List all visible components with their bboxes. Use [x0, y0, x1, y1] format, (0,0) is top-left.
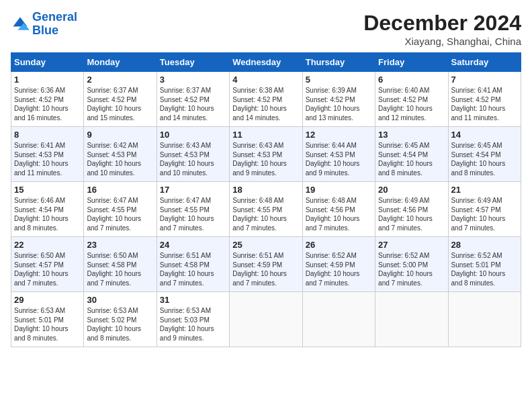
weekday-header-wednesday: Wednesday: [230, 53, 302, 72]
day-info: Sunrise: 6:41 AM Sunset: 4:53 PM Dayligh…: [14, 141, 81, 177]
day-info: Sunrise: 6:41 AM Sunset: 4:52 PM Dayligh…: [451, 86, 518, 122]
day-number: 7: [451, 75, 518, 85]
day-number: 21: [451, 185, 518, 195]
day-number: 3: [160, 75, 226, 85]
calendar-cell: 23Sunrise: 6:50 AM Sunset: 4:58 PM Dayli…: [84, 237, 157, 292]
day-number: 30: [87, 295, 153, 305]
day-info: Sunrise: 6:46 AM Sunset: 4:54 PM Dayligh…: [14, 196, 81, 232]
day-number: 9: [87, 130, 153, 140]
logo-text: General Blue: [32, 11, 77, 38]
calendar-cell: 29Sunrise: 6:53 AM Sunset: 5:01 PM Dayli…: [11, 292, 84, 347]
day-info: Sunrise: 6:48 AM Sunset: 4:55 PM Dayligh…: [232, 196, 299, 232]
weekday-header-saturday: Saturday: [448, 53, 521, 72]
weekday-header-monday: Monday: [84, 53, 157, 72]
calendar-week-row: 8Sunrise: 6:41 AM Sunset: 4:53 PM Daylig…: [11, 127, 521, 182]
day-number: 27: [378, 240, 445, 250]
calendar-cell: 6Sunrise: 6:40 AM Sunset: 4:52 PM Daylig…: [375, 72, 448, 127]
day-info: Sunrise: 6:47 AM Sunset: 4:55 PM Dayligh…: [160, 196, 226, 232]
day-info: Sunrise: 6:38 AM Sunset: 4:52 PM Dayligh…: [232, 86, 299, 122]
weekday-header-row: SundayMondayTuesdayWednesdayThursdayFrid…: [11, 53, 521, 72]
day-number: 8: [14, 130, 81, 140]
day-info: Sunrise: 6:50 AM Sunset: 4:58 PM Dayligh…: [87, 251, 153, 287]
day-number: 10: [160, 130, 226, 140]
day-number: 13: [378, 130, 445, 140]
calendar-cell: 9Sunrise: 6:42 AM Sunset: 4:53 PM Daylig…: [84, 127, 157, 182]
calendar-cell: 10Sunrise: 6:43 AM Sunset: 4:53 PM Dayli…: [157, 127, 229, 182]
weekday-header-friday: Friday: [375, 53, 448, 72]
day-info: Sunrise: 6:53 AM Sunset: 5:03 PM Dayligh…: [160, 306, 226, 342]
calendar-cell: 28Sunrise: 6:52 AM Sunset: 5:01 PM Dayli…: [448, 237, 521, 292]
day-info: Sunrise: 6:52 AM Sunset: 4:59 PM Dayligh…: [306, 251, 372, 287]
day-info: Sunrise: 6:44 AM Sunset: 4:53 PM Dayligh…: [306, 141, 372, 177]
day-info: Sunrise: 6:37 AM Sunset: 4:52 PM Dayligh…: [87, 86, 153, 122]
day-number: 25: [232, 240, 299, 250]
calendar-cell: 3Sunrise: 6:37 AM Sunset: 4:52 PM Daylig…: [157, 72, 229, 127]
calendar-cell: 17Sunrise: 6:47 AM Sunset: 4:55 PM Dayli…: [157, 182, 229, 237]
calendar-cell: 20Sunrise: 6:49 AM Sunset: 4:56 PM Dayli…: [375, 182, 448, 237]
day-info: Sunrise: 6:51 AM Sunset: 4:58 PM Dayligh…: [160, 251, 226, 287]
day-number: 20: [378, 185, 445, 195]
calendar-cell: 15Sunrise: 6:46 AM Sunset: 4:54 PM Dayli…: [11, 182, 84, 237]
calendar-cell: 19Sunrise: 6:48 AM Sunset: 4:56 PM Dayli…: [302, 182, 375, 237]
weekday-header-tuesday: Tuesday: [157, 53, 229, 72]
calendar-cell: [375, 292, 448, 347]
day-info: Sunrise: 6:39 AM Sunset: 4:52 PM Dayligh…: [306, 86, 372, 122]
day-number: 5: [306, 75, 372, 85]
day-info: Sunrise: 6:45 AM Sunset: 4:54 PM Dayligh…: [451, 141, 518, 177]
calendar-cell: 25Sunrise: 6:51 AM Sunset: 4:59 PM Dayli…: [230, 237, 302, 292]
calendar-cell: 13Sunrise: 6:45 AM Sunset: 4:54 PM Dayli…: [375, 127, 448, 182]
calendar-week-row: 29Sunrise: 6:53 AM Sunset: 5:01 PM Dayli…: [11, 292, 521, 347]
weekday-header-thursday: Thursday: [302, 53, 375, 72]
day-number: 18: [232, 185, 299, 195]
logo-icon: [11, 15, 30, 34]
calendar-week-row: 22Sunrise: 6:50 AM Sunset: 4:57 PM Dayli…: [11, 237, 521, 292]
day-number: 15: [14, 185, 81, 195]
calendar-week-row: 15Sunrise: 6:46 AM Sunset: 4:54 PM Dayli…: [11, 182, 521, 237]
day-info: Sunrise: 6:43 AM Sunset: 4:53 PM Dayligh…: [160, 141, 226, 177]
calendar-cell: [448, 292, 521, 347]
calendar-cell: 5Sunrise: 6:39 AM Sunset: 4:52 PM Daylig…: [302, 72, 375, 127]
day-number: 26: [306, 240, 372, 250]
calendar-cell: 1Sunrise: 6:36 AM Sunset: 4:52 PM Daylig…: [11, 72, 84, 127]
day-number: 24: [160, 240, 226, 250]
calendar-cell: 30Sunrise: 6:53 AM Sunset: 5:02 PM Dayli…: [84, 292, 157, 347]
calendar-cell: 24Sunrise: 6:51 AM Sunset: 4:58 PM Dayli…: [157, 237, 229, 292]
calendar-cell: [302, 292, 375, 347]
logo: General Blue: [11, 11, 77, 38]
day-number: 11: [232, 130, 299, 140]
title-block: December 2024 Xiayang, Shanghai, China: [363, 11, 521, 47]
calendar-cell: 22Sunrise: 6:50 AM Sunset: 4:57 PM Dayli…: [11, 237, 84, 292]
calendar-cell: 12Sunrise: 6:44 AM Sunset: 4:53 PM Dayli…: [302, 127, 375, 182]
day-info: Sunrise: 6:53 AM Sunset: 5:02 PM Dayligh…: [87, 306, 153, 342]
day-number: 22: [14, 240, 81, 250]
page-header: General Blue December 2024 Xiayang, Shan…: [11, 11, 521, 47]
day-number: 12: [306, 130, 372, 140]
day-number: 17: [160, 185, 226, 195]
calendar-table: SundayMondayTuesdayWednesdayThursdayFrid…: [11, 52, 521, 347]
day-info: Sunrise: 6:53 AM Sunset: 5:01 PM Dayligh…: [14, 306, 81, 342]
day-info: Sunrise: 6:52 AM Sunset: 5:00 PM Dayligh…: [378, 251, 445, 287]
location: Xiayang, Shanghai, China: [363, 36, 521, 47]
calendar-cell: 26Sunrise: 6:52 AM Sunset: 4:59 PM Dayli…: [302, 237, 375, 292]
day-number: 29: [14, 295, 81, 305]
day-info: Sunrise: 6:52 AM Sunset: 5:01 PM Dayligh…: [451, 251, 518, 287]
calendar-week-row: 1Sunrise: 6:36 AM Sunset: 4:52 PM Daylig…: [11, 72, 521, 127]
calendar-cell: [230, 292, 302, 347]
day-info: Sunrise: 6:47 AM Sunset: 4:55 PM Dayligh…: [87, 196, 153, 232]
calendar-cell: 18Sunrise: 6:48 AM Sunset: 4:55 PM Dayli…: [230, 182, 302, 237]
day-number: 31: [160, 295, 226, 305]
month-title: December 2024: [363, 11, 521, 36]
calendar-cell: 7Sunrise: 6:41 AM Sunset: 4:52 PM Daylig…: [448, 72, 521, 127]
calendar-cell: 11Sunrise: 6:43 AM Sunset: 4:53 PM Dayli…: [230, 127, 302, 182]
day-number: 19: [306, 185, 372, 195]
calendar-cell: 16Sunrise: 6:47 AM Sunset: 4:55 PM Dayli…: [84, 182, 157, 237]
calendar-cell: 14Sunrise: 6:45 AM Sunset: 4:54 PM Dayli…: [448, 127, 521, 182]
day-number: 16: [87, 185, 153, 195]
day-info: Sunrise: 6:51 AM Sunset: 4:59 PM Dayligh…: [232, 251, 299, 287]
day-number: 2: [87, 75, 153, 85]
logo-blue: Blue: [32, 24, 58, 37]
day-info: Sunrise: 6:45 AM Sunset: 4:54 PM Dayligh…: [378, 141, 445, 177]
calendar-cell: 31Sunrise: 6:53 AM Sunset: 5:03 PM Dayli…: [157, 292, 229, 347]
calendar-cell: 4Sunrise: 6:38 AM Sunset: 4:52 PM Daylig…: [230, 72, 302, 127]
day-info: Sunrise: 6:43 AM Sunset: 4:53 PM Dayligh…: [232, 141, 299, 177]
